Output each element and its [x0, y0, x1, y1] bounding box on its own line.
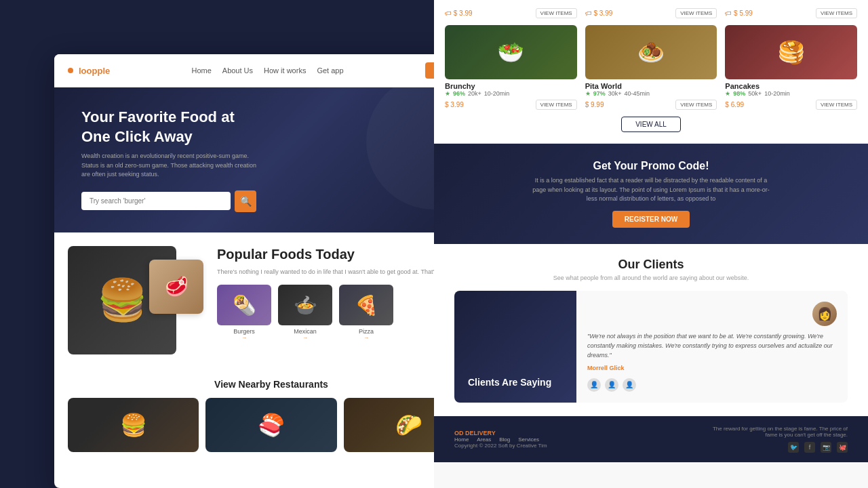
- search-input[interactable]: [81, 192, 231, 210]
- category-burgers[interactable]: 🌯 Burgers →: [217, 285, 271, 341]
- footer-right-col: The reward for getting on the stage is f…: [712, 426, 848, 453]
- nearby-item-2[interactable]: 🍣: [205, 398, 336, 452]
- footer-link-blog[interactable]: Blog: [499, 436, 510, 443]
- right-panel: 🏷 $ 3.99 VIEW ITEMS 🏷 $ 3.99 VIEW ITEMS …: [434, 0, 868, 488]
- burgers-link[interactable]: →: [217, 335, 271, 341]
- nav-links: Home About Us How it works Get app: [191, 66, 343, 75]
- testimonial-quote: "We're not always in the position that w…: [587, 331, 837, 361]
- category-pizza[interactable]: 🍕 Pizza →: [339, 285, 393, 341]
- rating-star: ★: [445, 90, 450, 97]
- burgers-label: Burgers: [217, 328, 271, 335]
- pizza-link[interactable]: →: [339, 335, 393, 341]
- pita-name: Pita World: [585, 82, 717, 90]
- hero-section: Your Favorite Food at One Click Away Wea…: [54, 87, 488, 232]
- restaurant-card-0: 🏷 $ 3.99 VIEW ITEMS: [445, 5, 577, 18]
- footer-left-col: OD DELIVERY Home Areas Blog Services Cop…: [454, 430, 547, 449]
- footer-link-home[interactable]: Home: [454, 436, 469, 443]
- testimonial-avatar: 👩: [812, 302, 837, 326]
- card-row-top: 🏷 $ 3.99 VIEW ITEMS 🏷 $ 3.99 VIEW ITEMS …: [445, 0, 857, 18]
- footer-link-areas[interactable]: Areas: [477, 436, 491, 443]
- clients-saying-text: Clients Are Saying: [468, 376, 563, 388]
- pancakes-time: 10-20min: [764, 90, 790, 97]
- popular-section: 🥩 Popular Foods Today There's nothing I …: [54, 232, 488, 368]
- price-1: 🏷 $ 3.99: [585, 9, 613, 17]
- restaurant-card-brunchy: 🥗 Brunchy ★ 96% 20k+ 10-20min $ 3.99 VIE…: [445, 25, 577, 110]
- pizza-label: Pizza: [339, 328, 393, 335]
- clients-section: Our Clients See what people from all aro…: [434, 244, 868, 416]
- logo-dot: [68, 68, 73, 73]
- category-mexican[interactable]: 🍲 Mexican →: [278, 285, 332, 341]
- pizza-image: 🍕: [339, 285, 393, 325]
- logo: loopple: [68, 66, 110, 76]
- view-items-btn-0[interactable]: VIEW ITEMS: [536, 8, 577, 18]
- burgers-image: 🌯: [217, 285, 271, 325]
- rating-star-pancakes: ★: [725, 90, 730, 97]
- brunchy-name: Brunchy: [445, 82, 577, 90]
- pita-pct: 97%: [593, 90, 606, 97]
- pita-price-row: $ 9.99 VIEW ITEMS: [585, 100, 717, 110]
- view-items-btn-2[interactable]: VIEW ITEMS: [816, 8, 857, 18]
- brunchy-time: 10-20min: [484, 90, 510, 97]
- brunchy-price: $ 3.99: [445, 101, 464, 108]
- logo-text: loopple: [79, 66, 110, 76]
- promo-description: It is a long established fact that a rea…: [532, 176, 770, 204]
- nearby-section: View Nearby Restaurants 🍔 🍣 🌮: [54, 368, 488, 463]
- brunchy-price-row: $ 3.99 VIEW ITEMS: [445, 100, 577, 110]
- view-items-btn-1[interactable]: VIEW ITEMS: [675, 8, 717, 18]
- nav-app[interactable]: Get app: [317, 66, 343, 75]
- search-icon: 🔍: [240, 196, 252, 207]
- restaurant-card-pancakes: 🥞 Pancakes ★ 98% 50k+ 10-20min $ 6.99 VI…: [725, 25, 857, 110]
- footer-brand: OD DELIVERY: [454, 430, 547, 436]
- price-2: 🏷 $ 5.99: [725, 9, 753, 17]
- github-icon[interactable]: 🐙: [837, 442, 848, 453]
- pancakes-rating: ★ 98% 50k+ 10-20min: [725, 90, 857, 97]
- nav-about[interactable]: About Us: [222, 66, 253, 75]
- nearby-item-1[interactable]: 🍔: [68, 398, 199, 452]
- pancakes-view-btn[interactable]: VIEW ITEMS: [816, 100, 857, 110]
- pancakes-image: 🥞: [725, 25, 857, 79]
- mexican-label: Mexican: [278, 328, 332, 335]
- pancakes-name: Pancakes: [725, 82, 857, 90]
- card-top-price-1: 🏷 $ 3.99 VIEW ITEMS: [585, 8, 717, 18]
- card-top-price-0: 🏷 $ 3.99 VIEW ITEMS: [445, 8, 577, 18]
- pita-time: 40-45min: [624, 90, 650, 97]
- brunchy-count: 20k+: [468, 90, 481, 97]
- search-button[interactable]: 🔍: [235, 190, 256, 212]
- testimonial-dot-3[interactable]: 👤: [623, 378, 636, 392]
- food-secondary-image: 🥩: [149, 260, 203, 314]
- left-panel: loopple Home About Us How it works Get a…: [54, 54, 488, 488]
- brunchy-image: 🥗: [445, 25, 577, 79]
- card-row-main: 🥗 Brunchy ★ 96% 20k+ 10-20min $ 3.99 VIE…: [445, 25, 857, 110]
- restaurant-card-pita: 🧆 Pita World ★ 97% 30k+ 40-45min $ 9.99 …: [585, 25, 717, 110]
- testimonial-dots: 👤 👤 👤: [587, 378, 837, 392]
- facebook-icon[interactable]: f: [804, 442, 815, 453]
- mexican-image: 🍲: [278, 285, 332, 325]
- pita-view-btn[interactable]: VIEW ITEMS: [675, 100, 717, 110]
- promo-register-button[interactable]: REGISTER NOW: [612, 211, 690, 228]
- rating-star-pita: ★: [585, 90, 591, 97]
- testimonial-dot-2[interactable]: 👤: [605, 378, 618, 392]
- nav-how[interactable]: How it works: [264, 66, 306, 75]
- brunchy-rating: ★ 96% 20k+ 10-20min: [445, 90, 577, 97]
- view-all-button[interactable]: VIEW ALL: [621, 117, 681, 132]
- navbar: loopple Home About Us How it works Get a…: [54, 54, 488, 87]
- brunchy-view-btn[interactable]: VIEW ITEMS: [536, 100, 577, 110]
- pita-price: $ 9.99: [585, 101, 604, 108]
- brunchy-pct: 96%: [453, 90, 465, 97]
- footer-copyright: Copyright © 2022 Soft by Creative Tim: [454, 443, 547, 449]
- price-0: 🏷 $ 3.99: [445, 9, 473, 17]
- pita-count: 30k+: [608, 90, 622, 97]
- food-image-stack: 🥩: [68, 246, 203, 354]
- pancakes-pct: 98%: [733, 90, 745, 97]
- instagram-icon[interactable]: 📷: [821, 442, 831, 453]
- pancakes-count: 50k+: [748, 90, 762, 97]
- footer-socials: 🐦 f 📷 🐙: [712, 442, 848, 453]
- testimonial-dot-1[interactable]: 👤: [587, 378, 601, 392]
- restaurant-card-1: 🏷 $ 3.99 VIEW ITEMS: [585, 5, 717, 18]
- footer-links: Home Areas Blog Services: [454, 436, 547, 443]
- twitter-icon[interactable]: 🐦: [788, 442, 799, 453]
- mexican-link[interactable]: →: [278, 335, 332, 341]
- footer-link-services[interactable]: Services: [518, 436, 539, 443]
- promo-section: Get Your Promo Code! It is a long establ…: [434, 144, 868, 244]
- nav-home[interactable]: Home: [191, 66, 211, 75]
